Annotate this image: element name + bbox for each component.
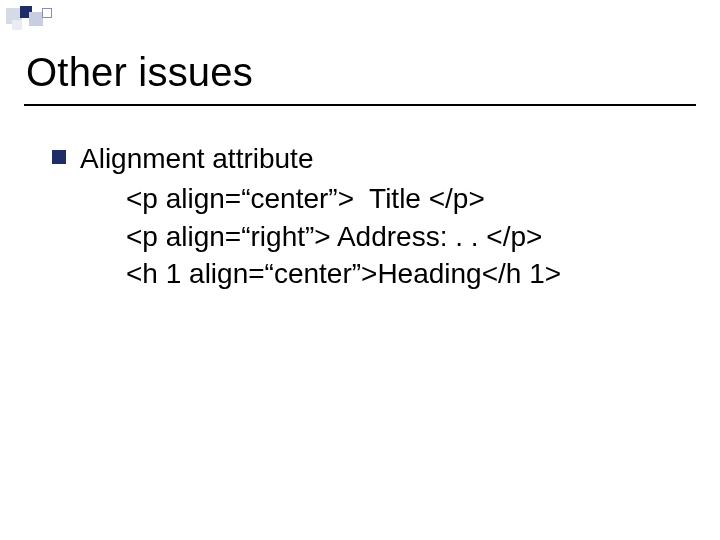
slide: Other issues Alignment attribute <p alig… — [0, 0, 720, 540]
code-line: <h 1 align=“center”>Heading</h 1> — [126, 255, 680, 293]
slide-body: Alignment attribute <p align=“center”> T… — [52, 140, 680, 293]
slide-title: Other issues — [26, 50, 253, 95]
corner-decoration — [6, 6, 68, 32]
deco-square — [12, 20, 22, 30]
square-bullet-icon — [52, 150, 66, 164]
deco-square — [42, 8, 52, 18]
title-underline — [24, 104, 696, 106]
bullet-item: Alignment attribute — [52, 140, 680, 178]
bullet-sublines: <p align=“center”> Title </p> <p align=“… — [126, 180, 680, 293]
code-line: <p align=“right”> Address: . . </p> — [126, 218, 680, 256]
code-line: <p align=“center”> Title </p> — [126, 180, 680, 218]
bullet-label: Alignment attribute — [80, 140, 313, 178]
deco-square — [29, 12, 43, 26]
